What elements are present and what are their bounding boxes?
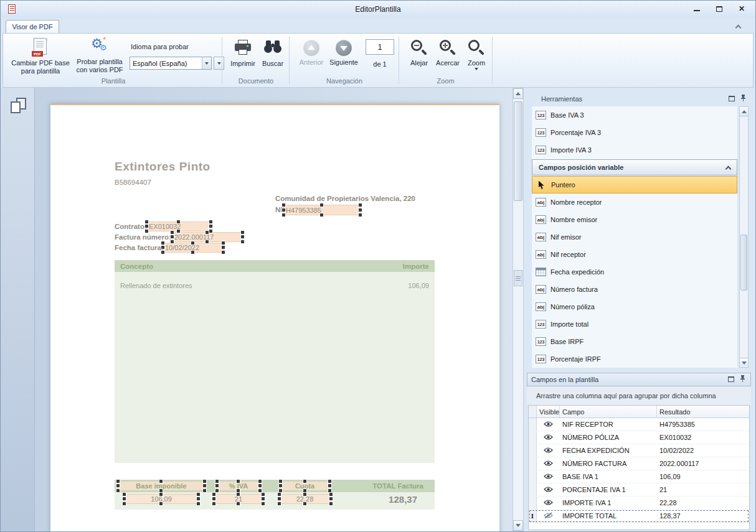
selection-handle[interactable] (237, 493, 240, 496)
pin-icon[interactable] (740, 95, 746, 103)
selection-handle[interactable] (329, 502, 333, 505)
selection-handle[interactable] (320, 213, 323, 217)
selection-handle[interactable] (222, 246, 225, 249)
selection-handle[interactable] (241, 231, 244, 234)
template-field-base-label[interactable]: Base imponible (118, 481, 205, 491)
document-scrollbar[interactable] (513, 88, 524, 531)
maximize-panel-icon[interactable] (729, 96, 735, 101)
selection-handle[interactable] (191, 241, 194, 245)
selection-handle[interactable] (215, 484, 219, 487)
selection-handle[interactable] (177, 220, 180, 223)
selection-handle[interactable] (262, 493, 265, 496)
maximize-panel-icon[interactable] (728, 376, 734, 382)
selection-handle[interactable] (209, 220, 212, 223)
selection-handle[interactable] (197, 502, 200, 505)
selection-handle[interactable] (262, 497, 265, 500)
language-select[interactable]: Español (España) (130, 57, 212, 70)
selection-handle[interactable] (279, 489, 282, 492)
template-field-vat-label[interactable]: % IVA (217, 481, 260, 491)
selection-handle[interactable] (209, 230, 212, 233)
selection-handle[interactable] (215, 489, 219, 492)
template-field-numero-poliza[interactable]: EX010032 (146, 222, 211, 231)
table-row[interactable]: I IMPORTE TOTAL (529, 510, 749, 523)
tool-item[interactable]: Importe IVA 3 (532, 141, 737, 159)
language-dropdown-button[interactable] (214, 57, 224, 70)
selection-handle[interactable] (258, 480, 262, 483)
tool-item[interactable]: Nombre receptor (532, 194, 737, 211)
selection-handle[interactable] (212, 497, 215, 500)
column-header-resultado[interactable]: Resultado (657, 406, 749, 418)
table-row[interactable]: I PORCENTAJE IVA 1 (529, 483, 749, 497)
selection-handle[interactable] (237, 489, 240, 492)
selection-handle[interactable] (159, 493, 163, 496)
selection-handle[interactable] (303, 489, 306, 492)
selection-handle[interactable] (116, 484, 120, 487)
selection-handle[interactable] (145, 225, 148, 228)
tool-item[interactable]: Importe total (532, 315, 737, 333)
template-field-importe-iva[interactable]: 22,28 (279, 494, 331, 504)
scroll-down-button[interactable] (740, 358, 748, 367)
table-row[interactable]: I NIF RECEPTOR H (529, 418, 749, 431)
selection-handle[interactable] (191, 251, 194, 254)
tools-scrollbar[interactable] (739, 106, 749, 368)
selection-handle[interactable] (203, 489, 206, 492)
eye-visible-icon[interactable] (544, 460, 553, 468)
selection-handle[interactable] (258, 489, 262, 492)
selection-handle[interactable] (203, 480, 206, 483)
tool-item[interactable]: Número póliza (532, 298, 737, 315)
minimize-button[interactable] (691, 4, 703, 14)
selection-handle[interactable] (159, 480, 163, 483)
page-thumbnails-icon[interactable] (11, 98, 28, 114)
page-number-input[interactable] (366, 39, 394, 55)
scroll-up-button[interactable] (513, 88, 523, 99)
selection-handle[interactable] (197, 497, 200, 500)
template-field-quota-label[interactable]: Cuota (280, 481, 330, 491)
template-field-fecha-expedicion[interactable]: 10/02/2022 (163, 243, 224, 253)
selection-handle[interactable] (328, 489, 331, 492)
selection-handle[interactable] (329, 493, 333, 496)
selection-handle[interactable] (212, 493, 215, 496)
section-campos-posicion-variable[interactable]: Campos posición variable (532, 159, 737, 175)
table-row[interactable]: I NÚMERO FACTURA (529, 457, 749, 470)
selection-handle[interactable] (279, 484, 282, 487)
group-by-area[interactable]: Arrastre una columna aquí para agrupar p… (527, 386, 751, 405)
selection-handle[interactable] (282, 203, 285, 207)
template-field-porcentaje-iva[interactable]: 21 (214, 494, 263, 504)
table-row[interactable]: I FECHA EXPEDICIÓN (529, 444, 749, 457)
tab-visor-de-pdf[interactable]: Visor de PDF (6, 20, 59, 33)
selection-handle[interactable] (177, 230, 180, 233)
selection-handle[interactable] (303, 502, 306, 505)
selection-handle[interactable] (279, 480, 282, 483)
selection-handle[interactable] (282, 208, 285, 212)
template-field-nif-receptor[interactable]: H47953385 (283, 205, 361, 215)
pdf-page[interactable]: Extintores Pinto B58694407 Comunidad de … (50, 104, 499, 531)
selection-handle[interactable] (209, 225, 212, 228)
tool-item[interactable]: Fecha expedición (532, 263, 737, 281)
tool-item[interactable]: Nif emisor (532, 228, 737, 246)
table-row[interactable]: I BASE IVA 1 106 (529, 470, 749, 483)
selection-handle[interactable] (359, 208, 362, 212)
selection-handle[interactable] (303, 493, 306, 496)
column-header-campo[interactable]: Campo (560, 406, 657, 418)
selection-handle[interactable] (222, 241, 225, 245)
selection-handle[interactable] (215, 480, 219, 483)
selection-handle[interactable] (171, 235, 174, 238)
selection-handle[interactable] (212, 502, 215, 505)
selection-handle[interactable] (303, 480, 306, 483)
selection-handle[interactable] (123, 493, 126, 496)
selection-handle[interactable] (262, 502, 265, 505)
eye-visible-icon[interactable] (544, 486, 553, 494)
tool-item[interactable]: Nombre emisor (532, 211, 737, 228)
selection-handle[interactable] (123, 502, 126, 505)
table-row[interactable]: I IMPORTE IVA 1 (529, 497, 749, 510)
maximize-button[interactable] (713, 4, 725, 14)
selection-handle[interactable] (171, 231, 174, 234)
eye-visible-icon[interactable] (544, 421, 553, 429)
eye-visible-icon[interactable] (544, 499, 553, 507)
selection-handle[interactable] (359, 203, 362, 207)
selection-handle[interactable] (206, 240, 209, 243)
selection-handle[interactable] (258, 484, 262, 487)
selection-handle[interactable] (278, 497, 281, 500)
selection-handle[interactable] (123, 497, 126, 500)
template-field-numero-factura[interactable]: 2022.000117 (172, 232, 243, 242)
